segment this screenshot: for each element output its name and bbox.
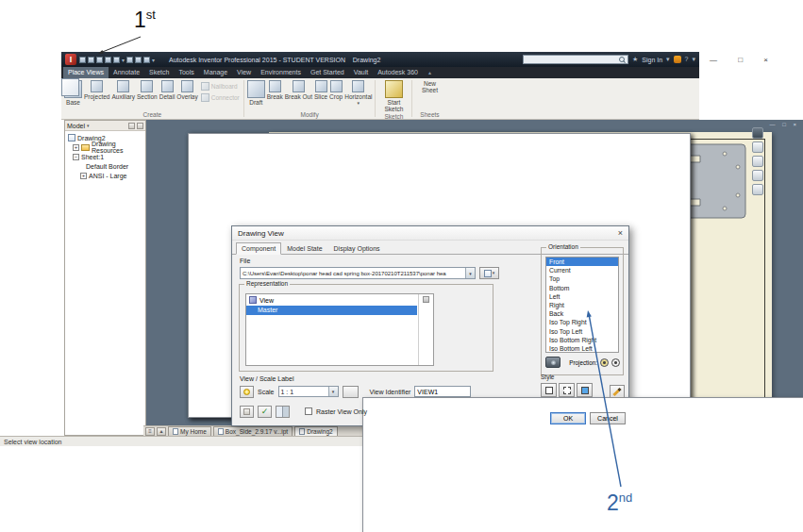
ribbon-collapse-icon[interactable]: ▴	[428, 67, 431, 78]
ok-button[interactable]: OK	[550, 412, 586, 424]
close-button[interactable]: ×	[763, 56, 768, 64]
open-existing-file-button[interactable]: ▾	[479, 267, 499, 279]
tab-drawing2[interactable]: Drawing2	[294, 426, 337, 436]
open-file-icon[interactable]	[88, 57, 94, 63]
dialog-tab-model-state[interactable]: Model State	[281, 242, 327, 255]
search-input[interactable]	[524, 56, 618, 63]
representation-view-node[interactable]: View	[246, 294, 433, 306]
ribbon-tab-tools[interactable]: Tools	[174, 67, 198, 78]
print-icon[interactable]	[126, 57, 133, 63]
tree-item-default-border[interactable]: Default Border	[65, 161, 145, 171]
orbit-icon[interactable]	[752, 170, 763, 181]
dialog-title-bar[interactable]: Drawing View ×	[232, 226, 628, 241]
sign-in-button[interactable]: Sign In	[642, 57, 662, 63]
file-combo[interactable]: C:\Users\Evan\Desktop\ponar head cad spr…	[240, 267, 476, 279]
browser-pin-icon[interactable]	[137, 123, 143, 129]
ok-preview-toggle-button[interactable]: ✓	[258, 406, 272, 418]
first-angle-projection-icon[interactable]	[600, 358, 609, 367]
horizontal-dropdown-icon[interactable]: ▾	[358, 101, 360, 106]
sign-in-dropdown-icon[interactable]: ▾	[666, 55, 670, 64]
dialog-tab-component[interactable]: Component	[236, 242, 281, 255]
tab-box-side[interactable]: Box_Side_2.9.17 v...ipt	[213, 426, 293, 436]
crop-button[interactable]: Crop	[328, 79, 343, 101]
document-window-controls[interactable]: — □ ×	[770, 122, 799, 127]
pan-icon[interactable]	[752, 141, 763, 153]
auxiliary-button[interactable]: Auxiliary	[110, 79, 136, 101]
detail-button[interactable]: Detail	[159, 79, 176, 101]
zoom-icon[interactable]	[752, 156, 763, 167]
ribbon-tab-environments[interactable]: Environments	[256, 67, 306, 78]
scale-combo-caret-icon[interactable]: ▾	[328, 387, 338, 396]
look-at-icon[interactable]	[752, 184, 763, 195]
undo-dropdown-icon[interactable]: ▾	[122, 57, 125, 63]
orientation-item-iso-top-left[interactable]: Iso Top Left	[546, 327, 618, 336]
orientation-item-iso-top-right[interactable]: Iso Top Right	[546, 318, 618, 326]
collapse-icon[interactable]: −	[73, 154, 79, 160]
star-icon[interactable]: ★	[632, 55, 638, 64]
view-identifier-input[interactable]	[414, 386, 471, 397]
modify-group-label[interactable]: Modify	[244, 111, 376, 119]
create-group-label[interactable]: Create	[61, 111, 243, 119]
orientation-list[interactable]: Front Current Top Bottom Left Right Back…	[545, 257, 619, 353]
sheets-group-label[interactable]: Sheets	[412, 111, 446, 119]
slice-button[interactable]: Slice	[313, 79, 328, 101]
doc-tabs-menu-icon[interactable]: ≡	[145, 427, 155, 436]
orientation-item-front[interactable]: Front	[546, 258, 618, 266]
browser-model-caret-icon[interactable]: ▾	[87, 123, 90, 128]
cancel-button[interactable]: Cancel	[590, 412, 626, 424]
shaded-style-button[interactable]	[577, 383, 593, 397]
change-view-orientation-camera-icon[interactable]	[545, 357, 560, 368]
browser-filter-icon[interactable]	[128, 123, 135, 129]
settings-button[interactable]	[240, 406, 254, 418]
restore-button[interactable]: □	[738, 56, 743, 64]
file-combo-caret-icon[interactable]: ▾	[465, 268, 475, 278]
ribbon-tab-annotate[interactable]: Annotate	[109, 67, 144, 78]
third-angle-projection-icon[interactable]	[611, 358, 620, 367]
orientation-item-current[interactable]: Current	[546, 266, 618, 274]
hidden-line-style-button[interactable]	[541, 383, 557, 397]
inventor-app-button[interactable]: I	[65, 54, 76, 65]
preview-split-button[interactable]	[276, 406, 290, 418]
dialog-tab-display-options[interactable]: Display Options	[328, 242, 386, 255]
expand-icon[interactable]: +	[73, 144, 79, 151]
ribbon-tab-autodesk-360[interactable]: Autodesk 360	[373, 67, 423, 78]
tab-my-home[interactable]: My Home	[168, 426, 211, 436]
tree-item-drawing-resources[interactable]: +Drawing Resources	[65, 142, 145, 152]
orientation-item-iso-bottom-right[interactable]: Iso Bottom Right	[546, 336, 618, 344]
new-sheet-button[interactable]: New Sheet	[414, 79, 444, 94]
new-file-icon[interactable]	[79, 57, 86, 63]
browser-model-dropdown[interactable]: Model	[67, 123, 85, 129]
undo-icon[interactable]	[105, 57, 111, 63]
scale-label-toggle-button[interactable]	[343, 386, 359, 398]
dialog-close-icon[interactable]: ×	[618, 228, 623, 238]
orientation-item-back[interactable]: Back	[546, 309, 618, 318]
connector-button[interactable]: Connector	[201, 93, 240, 102]
orientation-item-left[interactable]: Left	[546, 292, 618, 301]
navigation-wheel-icon[interactable]	[752, 127, 763, 139]
ribbon-tab-vault[interactable]: Vault	[349, 67, 373, 78]
help-dropdown-icon[interactable]: ▾	[692, 55, 695, 64]
home-icon[interactable]	[135, 57, 142, 63]
scale-visibility-button[interactable]	[240, 386, 254, 398]
overlay-button[interactable]: Overlay	[176, 79, 198, 101]
search-icon[interactable]	[619, 57, 625, 62]
break-button[interactable]: Break	[266, 79, 284, 101]
help-icon[interactable]: ?	[685, 55, 689, 64]
projected-button[interactable]: Projected	[83, 79, 110, 101]
horizontal-button[interactable]: Horizontal▾	[343, 79, 373, 107]
hidden-line-removed-style-button[interactable]	[559, 383, 575, 397]
ribbon-tab-manage[interactable]: Manage	[199, 67, 232, 78]
raster-view-only-checkbox[interactable]	[305, 407, 312, 415]
nailboard-button[interactable]: Nailboard	[201, 82, 240, 91]
representation-list[interactable]: View Master	[245, 293, 434, 366]
return-icon[interactable]	[143, 57, 150, 63]
qat-customize-icon[interactable]: ▾	[152, 57, 155, 63]
sketch-group-label[interactable]: Sketch	[376, 113, 411, 121]
representation-master-row[interactable]: Master	[246, 306, 417, 315]
expand-icon[interactable]: +	[80, 173, 87, 179]
orientation-item-bottom[interactable]: Bottom	[546, 284, 618, 292]
draft-button[interactable]: Draft	[246, 79, 266, 107]
ribbon-tab-get-started[interactable]: Get Started	[306, 67, 349, 78]
ribbon-tab-sketch[interactable]: Sketch	[144, 67, 174, 78]
doc-tabs-up-icon[interactable]: ▴	[157, 427, 166, 436]
